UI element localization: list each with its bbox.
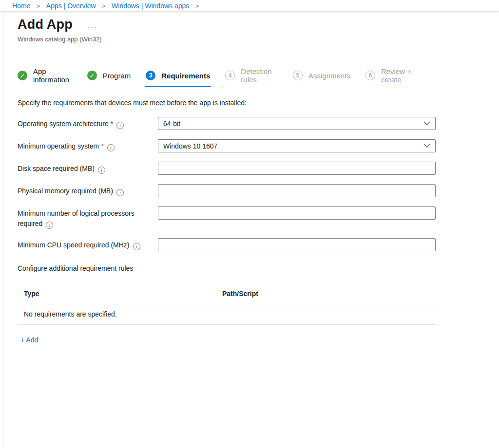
logical-processors-input[interactable] [158, 206, 436, 220]
column-header-path-script: Path/Script [222, 290, 258, 298]
breadcrumb-link-home[interactable]: Home [12, 2, 30, 10]
field-label: Minimum number of logical processors req… [18, 206, 158, 229]
field-label: Disk space required (MB)i [18, 162, 158, 174]
info-icon[interactable]: i [107, 144, 115, 151]
requirements-intro-text: Specify the requirements that devices mu… [18, 99, 436, 107]
add-requirement-link[interactable]: + Add [20, 336, 38, 344]
step-label: Requirements [161, 72, 210, 80]
breadcrumb-link-apps-overview[interactable]: Apps | Overview [46, 2, 96, 10]
field-label-text: Minimum CPU speed required (MHz) [18, 241, 130, 249]
table-header-row: Type Path/Script [18, 290, 436, 304]
field-label-text: Operating system architecture [18, 120, 109, 128]
physical-memory-input[interactable] [158, 184, 436, 197]
field-label: Minimum CPU speed required (MHz)i [18, 238, 158, 250]
field-label: Minimum operating system*i [18, 139, 158, 151]
field-label: Operating system architecture*i [18, 117, 158, 129]
step-assignments[interactable]: 5 Assignments [293, 71, 350, 80]
disk-space-input[interactable] [158, 162, 436, 175]
field-label: Physical memory required (MB)i [18, 184, 158, 196]
step-number-icon: 5 [293, 71, 303, 80]
step-label: Review + create [381, 67, 421, 84]
step-label: Program [103, 72, 131, 80]
additional-rules-heading: Configure additional requirement rules [18, 264, 436, 272]
step-label: App information [33, 67, 72, 84]
min-operating-system-select[interactable]: Windows 10 1607 [158, 139, 436, 152]
page-subtitle: Windows catalog app (Win32) [18, 36, 436, 43]
page-title: Add App [18, 17, 73, 32]
field-label-text: Disk space required (MB) [18, 165, 95, 172]
step-label: Detection rules [241, 67, 278, 84]
cpu-speed-input[interactable] [158, 238, 436, 251]
requirement-rules-table: Type Path/Script No requirements are spe… [18, 290, 436, 325]
os-architecture-select[interactable]: 64-bit [158, 117, 436, 130]
selected-value: Windows 10 1607 [163, 142, 217, 150]
step-detection-rules[interactable]: 4 Detection rules [225, 67, 278, 84]
step-number-icon: 4 [225, 71, 235, 80]
check-icon: ✓ [18, 71, 27, 80]
info-icon[interactable]: i [116, 122, 124, 129]
info-icon[interactable]: i [46, 222, 53, 229]
form-row-logical-processors: Minimum number of logical processors req… [18, 206, 436, 229]
chevron-down-icon [423, 121, 430, 126]
field-label-text: Minimum number of logical processors req… [18, 209, 134, 227]
step-number-icon: 3 [146, 71, 155, 80]
table-empty-row: No requirements are specified. [18, 304, 436, 325]
step-review-create[interactable]: 6 Review + create [365, 67, 421, 84]
info-icon[interactable]: i [116, 189, 124, 196]
requirements-form: Operating system architecture*i 64-bit M… [18, 117, 436, 251]
form-row-disk-space: Disk space required (MB)i [18, 162, 436, 175]
form-row-cpu-speed: Minimum CPU speed required (MHz)i [18, 238, 436, 251]
breadcrumb-separator: > [195, 2, 199, 10]
form-row-os-architecture: Operating system architecture*i 64-bit [18, 117, 436, 130]
step-label: Assignments [308, 72, 350, 80]
column-header-type: Type [24, 290, 222, 298]
chevron-down-icon [423, 144, 430, 148]
form-row-min-os: Minimum operating system*i Windows 10 16… [18, 139, 436, 152]
breadcrumb: Home > Apps | Overview > Windows | Windo… [0, 0, 499, 11]
form-row-physical-memory: Physical memory required (MB)i [18, 184, 436, 197]
field-label-text: Physical memory required (MB) [18, 187, 113, 195]
info-icon[interactable]: i [98, 167, 105, 174]
breadcrumb-separator: > [102, 2, 106, 10]
info-icon[interactable]: i [133, 243, 140, 250]
field-label-text: Minimum operating system [18, 142, 99, 150]
breadcrumb-separator: > [37, 2, 40, 10]
step-number-icon: 6 [365, 71, 375, 80]
step-app-information[interactable]: ✓ App information [18, 67, 72, 84]
selected-value: 64-bit [163, 120, 180, 128]
wizard-steps: ✓ App information ✓ Program 3 Requiremen… [18, 67, 436, 84]
step-requirements[interactable]: 3 Requirements [146, 71, 210, 80]
required-marker: * [111, 120, 113, 128]
more-menu-icon[interactable]: ··· [87, 23, 97, 31]
check-icon: ✓ [87, 71, 97, 80]
blade-panel: Add App ··· Windows catalog app (Win32) … [3, 11, 499, 448]
required-marker: * [101, 142, 103, 150]
step-program[interactable]: ✓ Program [87, 71, 131, 80]
breadcrumb-link-windows-apps[interactable]: Windows | Windows apps [112, 2, 189, 10]
